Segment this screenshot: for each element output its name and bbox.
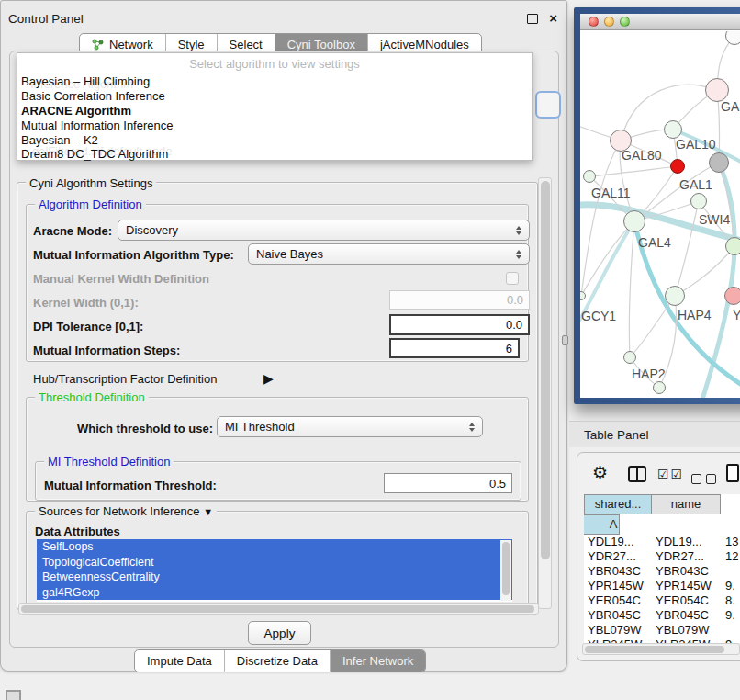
cell-name: YBL079W xyxy=(652,623,722,638)
network-node-gray[interactable] xyxy=(709,152,729,173)
dropdown-prompt: Select algorithm to view settings xyxy=(17,57,532,71)
mac-close-button[interactable] xyxy=(589,17,599,27)
table-row[interactable]: YBR045CYBR045C9. xyxy=(584,608,740,623)
node-label: SWI4 xyxy=(699,212,730,227)
list-item-gal4rgexp[interactable]: gal4RGexp xyxy=(37,585,512,601)
network-node-gal1[interactable] xyxy=(690,193,707,209)
list-item-selfloops[interactable]: SelfLoops xyxy=(37,539,512,555)
table-horizontal-scrollbar[interactable] xyxy=(582,643,740,655)
table-row[interactable]: YBR043CYBR043C xyxy=(584,564,740,579)
node-label: GCY1 xyxy=(581,309,616,323)
combo-stepper-icon xyxy=(469,423,475,432)
network-node-gal10[interactable] xyxy=(664,120,682,139)
kernel-width-label: Kernel Width (0,1): xyxy=(33,296,139,310)
list-item-betweennesscentrality[interactable]: BetweennessCentrality xyxy=(37,570,512,585)
apply-button[interactable]: Apply xyxy=(248,621,311,645)
data-attributes-list: SelfLoops TopologicalCoefficient Between… xyxy=(37,539,512,602)
scrollbar-thumb[interactable] xyxy=(502,542,510,595)
mi-steps-label: Mutual Information Steps: xyxy=(33,344,180,357)
mi-algorithm-type-combobox[interactable]: Naive Bayes xyxy=(248,243,530,265)
field-value: 0.0 xyxy=(507,293,523,307)
apply-button-label: Apply xyxy=(264,627,296,640)
network-window-titlebar[interactable] xyxy=(580,14,740,30)
dpi-tolerance-field[interactable]: 0.0 xyxy=(389,314,530,335)
node-label: HAP2 xyxy=(632,367,666,381)
cell-name: YPR145W xyxy=(652,579,722,593)
column-header-shared-name[interactable]: shared... xyxy=(584,494,652,514)
network-node-gal11[interactable] xyxy=(583,170,596,183)
tab-infer-network[interactable]: Infer Network xyxy=(330,650,425,672)
cell-shared: YER054C xyxy=(584,593,652,608)
deselect-all-checkboxes-icon[interactable] xyxy=(691,471,721,488)
gear-icon[interactable]: ⚙ xyxy=(592,464,608,481)
settings-vertical-scrollbar[interactable] xyxy=(538,177,552,609)
node-label: GAL xyxy=(721,99,740,114)
list-vertical-scrollbar[interactable] xyxy=(500,540,511,601)
network-node-right-green[interactable] xyxy=(725,237,740,255)
table-row[interactable]: YER054CYER054C8. xyxy=(584,593,740,608)
node-label: GAL10 xyxy=(676,137,716,152)
aracne-mode-combobox[interactable]: Discovery xyxy=(118,220,530,241)
network-node-red-selected[interactable] xyxy=(670,159,685,174)
select-all-checkboxes-icon[interactable]: ☑☑ xyxy=(657,467,684,481)
column-header-partial[interactable]: A xyxy=(584,514,620,535)
mi-threshold-label: Mutual Information Threshold: xyxy=(44,479,217,492)
column-header-name[interactable]: name xyxy=(651,494,721,514)
network-icon xyxy=(92,39,104,51)
scrollbar-thumb[interactable] xyxy=(21,605,534,613)
kernel-width-field[interactable]: 0.0 xyxy=(389,290,530,310)
settings-horizontal-scrollbar[interactable] xyxy=(18,603,539,615)
split-columns-icon[interactable] xyxy=(628,466,646,482)
node-label: GAL11 xyxy=(591,186,631,200)
expand-right-icon[interactable]: ▶ xyxy=(263,371,274,386)
tab-discretize-data[interactable]: Discretize Data xyxy=(224,650,330,672)
dropdown-item-bayesian-k2[interactable]: Bayesian – K2 xyxy=(21,133,98,147)
table-row[interactable]: YBL079WYBL079W xyxy=(584,623,740,638)
network-node-hap4[interactable] xyxy=(665,286,685,306)
minimized-panel-icon[interactable] xyxy=(6,690,21,700)
dropdown-item-aracne[interactable]: ARACNE Algorithm xyxy=(21,104,131,118)
document-icon[interactable] xyxy=(726,464,739,482)
field-value: 0.5 xyxy=(489,477,506,491)
dropdown-item-dream8[interactable]: Dream8 DC_TDC Algorithm xyxy=(21,147,168,161)
node-attribute-table: shared...nameA YDL19...YDL19...13 YDR27.… xyxy=(584,494,740,643)
table-row[interactable]: YDL19...YDL19...13 xyxy=(584,535,740,549)
cell-value: 9. xyxy=(722,608,740,623)
mi-threshold-field[interactable]: 0.5 xyxy=(384,473,512,493)
tab-label: Cyni Toolbox xyxy=(287,38,355,51)
dropdown-item-bayesian-hill[interactable]: Bayesian – Hill Climbing xyxy=(21,74,150,88)
network-node-gal4[interactable] xyxy=(623,210,645,232)
cell-name: YBR043C xyxy=(652,564,722,579)
cell-value: 8. xyxy=(722,593,740,608)
scrollbar-thumb[interactable] xyxy=(541,181,550,559)
inference-algorithm-combobox-partial[interactable] xyxy=(535,91,561,119)
panel-title: Control Panel xyxy=(8,12,84,26)
dropdown-item-mutual-information[interactable]: Mutual Information Inference xyxy=(21,119,173,132)
table-row[interactable]: YDR27...YDR27...12 xyxy=(584,549,740,564)
collapse-down-icon[interactable]: ▼ xyxy=(203,506,213,517)
network-node-bottom[interactable] xyxy=(653,381,666,394)
dropdown-item-basic-correlation[interactable]: Basic Correlation Inference xyxy=(21,89,165,103)
manual-kernel-width-checkbox[interactable] xyxy=(506,272,519,285)
cell-name: YDL19... xyxy=(652,535,722,549)
close-icon[interactable]: × xyxy=(549,12,557,25)
table-row[interactable]: YPR145WYPR145W9. xyxy=(584,579,740,593)
mi-steps-field[interactable]: 6 xyxy=(389,338,520,358)
float-window-icon[interactable] xyxy=(527,14,538,24)
pane-splitter-handle[interactable] xyxy=(562,335,568,345)
network-node-pink-right[interactable] xyxy=(724,287,740,305)
network-canvas[interactable]: GAL GAL80 GAL10 GAL11 GAL1 SWI4 GAL4 GCY… xyxy=(580,31,740,398)
tab-impute-data[interactable]: Impute Data xyxy=(135,650,224,672)
tab-label: jActiveMNodules xyxy=(380,38,469,51)
tab-label: Style xyxy=(178,38,205,51)
table-header-row: shared...nameA xyxy=(584,494,740,535)
which-threshold-combobox[interactable]: MI Threshold xyxy=(217,416,483,437)
mac-minimize-button[interactable] xyxy=(604,17,614,27)
mac-zoom-button[interactable] xyxy=(620,17,630,27)
cell-shared: YBR045C xyxy=(584,608,652,623)
scrollbar-thumb[interactable] xyxy=(585,646,724,653)
network-node-hap2[interactable] xyxy=(623,351,636,364)
combobox-value: Discovery xyxy=(126,223,516,237)
list-item-topologicalcoefficient[interactable]: TopologicalCoefficient xyxy=(37,555,512,570)
cell-name: YBR045C xyxy=(652,608,722,623)
